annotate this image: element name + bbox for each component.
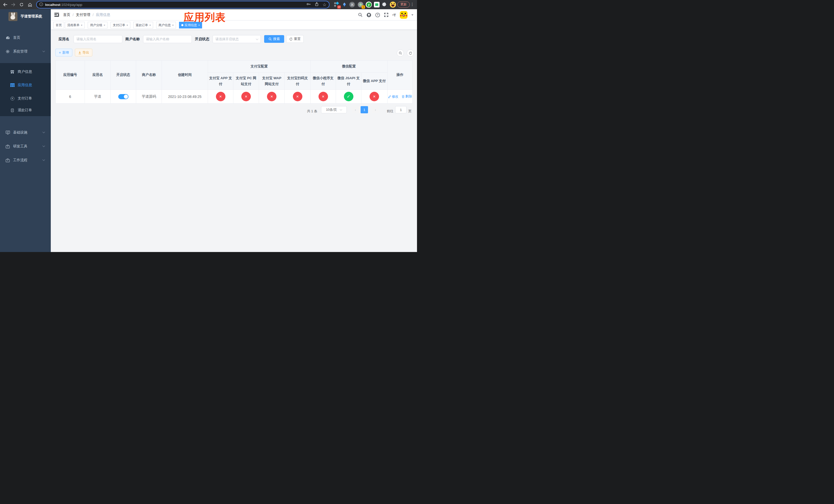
app-table: 应用编号 应用名 开启状态 商户名称 创建时间 支付宝配置 微信配置 操作 支付… xyxy=(56,60,413,104)
tab-user-group[interactable]: 用户分组× xyxy=(88,22,107,28)
close-icon[interactable]: × xyxy=(81,22,82,28)
close-icon[interactable]: × xyxy=(104,22,105,28)
sidebar-item-infra[interactable]: 基础设施 xyxy=(0,125,51,139)
tab-process-form[interactable]: 流程表单× xyxy=(65,22,85,28)
search-icon[interactable] xyxy=(358,13,363,17)
url-bar[interactable]: localhost:1024/pay/app ☆ xyxy=(36,1,330,8)
extension-command-icon[interactable]: ⌘ xyxy=(349,1,356,8)
github-icon[interactable] xyxy=(367,13,371,18)
sidebar-item-workflow[interactable]: 工作流程 xyxy=(0,153,51,167)
chevron-down-icon xyxy=(43,144,45,147)
toggle-search-button[interactable] xyxy=(397,49,404,56)
close-icon[interactable]: × xyxy=(172,22,174,28)
merchant-name-input[interactable] xyxy=(143,35,192,43)
sidebar-item-merchant-info[interactable]: 商户信息 xyxy=(0,65,51,78)
cell-created: 2021-10-23 08:49:25 xyxy=(162,90,208,104)
cell-app-name: 芋道 xyxy=(85,90,111,104)
breadcrumb: 首页 / 支付管理 / 应用信息 xyxy=(63,13,110,17)
reload-icon[interactable] xyxy=(18,0,25,9)
pencil-icon xyxy=(388,95,391,98)
extension-grid-icon[interactable]: 10 xyxy=(333,1,340,8)
browser-menu-icon[interactable]: ⋮ xyxy=(410,2,414,7)
search-button[interactable]: 搜索 xyxy=(264,35,284,43)
chevron-down-icon xyxy=(339,108,342,111)
forward-icon[interactable] xyxy=(9,0,17,9)
sidebar-logo[interactable]: 芋道管理系统 xyxy=(0,9,51,24)
extension-puzzle-icon[interactable] xyxy=(381,1,388,8)
monitor-icon xyxy=(5,131,10,135)
delete-link[interactable]: 删除 xyxy=(402,94,412,99)
browser-update-button[interactable]: 更新 xyxy=(397,2,410,8)
goto-page-input[interactable] xyxy=(395,106,407,113)
status-select[interactable]: 请选择开启状态 xyxy=(213,35,261,43)
export-button[interactable]: 导出 xyxy=(75,49,92,56)
next-page-button[interactable]: › xyxy=(372,106,379,113)
breadcrumb-current: 应用信息 xyxy=(96,13,110,17)
cell-wechat-app: × xyxy=(361,90,388,104)
tab-home[interactable]: 首页 xyxy=(53,22,64,28)
home-icon[interactable] xyxy=(26,0,34,9)
site-info-icon[interactable] xyxy=(39,2,43,7)
bookmark-star-icon[interactable]: ☆ xyxy=(323,2,327,7)
refresh-table-button[interactable] xyxy=(407,49,414,56)
extension-badge: 1 xyxy=(361,5,365,9)
col-alipay-app: 支付宝 APP 支付 xyxy=(208,73,233,90)
sidebar: 芋道管理系统 首页 系统管理 ¥ 支付管理 商户信息 xyxy=(0,9,51,252)
active-dot xyxy=(181,24,183,26)
breadcrumb-payment[interactable]: 支付管理 xyxy=(76,13,90,17)
sidebar-item-app-info[interactable]: 应用信息 xyxy=(0,78,51,92)
page: localhost:1024/pay/app ☆ 10 ⌘ xyxy=(0,0,417,252)
sidebar-item-pay-order[interactable]: ¥ 支付订单 xyxy=(0,92,51,105)
page-number-1[interactable]: 1 xyxy=(360,106,368,113)
status-check-icon: ✓ xyxy=(344,92,353,101)
document-icon xyxy=(10,109,15,112)
extension-circle-icon[interactable]: 1 xyxy=(357,1,364,8)
table-row: 6 芋道 芋道源码 2021-10-23 08:49:25 × × × × × … xyxy=(56,90,413,104)
url-path: :1024/pay/app xyxy=(60,3,82,7)
sidebar-item-system[interactable]: 系统管理 xyxy=(0,45,51,59)
close-icon[interactable]: × xyxy=(127,22,128,28)
col-wechat-jsapi: 微信 JSAPI 支付 xyxy=(336,73,361,90)
user-avatar[interactable] xyxy=(400,11,408,19)
tab-refund-order[interactable]: 退款订单× xyxy=(133,22,153,28)
breadcrumb-home[interactable]: 首页 xyxy=(63,13,70,17)
sidebar-item-home[interactable]: 首页 xyxy=(0,31,51,45)
back-icon[interactable] xyxy=(2,0,9,9)
extension-y-icon[interactable]: y xyxy=(365,1,372,8)
sidebar-collapse-icon[interactable] xyxy=(54,13,59,17)
font-size-icon[interactable]: тT xyxy=(392,13,396,17)
page-size-select[interactable]: 10条/页 xyxy=(321,106,347,113)
close-icon[interactable]: × xyxy=(149,22,151,28)
plus-icon: + xyxy=(59,50,61,54)
logo-avatar xyxy=(8,12,18,21)
extension-chat-icon[interactable] xyxy=(373,1,380,8)
col-status: 开启状态 xyxy=(111,61,136,90)
cell-wechat-mini: × xyxy=(311,90,336,104)
fullscreen-icon[interactable] xyxy=(384,13,389,17)
cell-alipay-wap: × xyxy=(259,90,285,104)
prev-page-button[interactable]: ‹ xyxy=(352,106,359,113)
enabled-toggle[interactable] xyxy=(118,94,129,99)
chevron-down-icon xyxy=(43,131,45,133)
chevron-down-icon xyxy=(43,50,45,52)
sidebar-item-devtools[interactable]: 研发工具 xyxy=(0,139,51,153)
extension-kite-icon[interactable] xyxy=(341,1,348,8)
app-name-label: 应用名 xyxy=(59,35,69,43)
cell-app-id: 6 xyxy=(56,90,85,104)
sidebar-item-label: 首页 xyxy=(13,36,20,40)
add-button[interactable]: + 新增 xyxy=(56,49,72,56)
tab-pay-order[interactable]: 支付订单× xyxy=(111,22,130,28)
password-key-icon[interactable] xyxy=(306,2,311,7)
edit-link[interactable]: 修改 xyxy=(388,94,398,99)
briefcase-icon xyxy=(5,144,10,148)
navbar: 首页 / 支付管理 / 应用信息 应用列表 ? тT xyxy=(51,9,417,21)
share-icon[interactable] xyxy=(315,2,319,7)
chevron-down-icon xyxy=(43,158,45,161)
avatar-caret-icon[interactable] xyxy=(411,14,413,16)
reset-button[interactable]: 重置 xyxy=(286,35,304,43)
tab-merchant-info[interactable]: 商户信息× xyxy=(156,22,176,28)
help-icon[interactable]: ? xyxy=(375,13,380,18)
sidebar-item-refund-order[interactable]: 退款订单 xyxy=(0,104,51,117)
extension-emoji-icon[interactable] xyxy=(389,1,396,8)
app-name-input[interactable] xyxy=(73,35,122,43)
